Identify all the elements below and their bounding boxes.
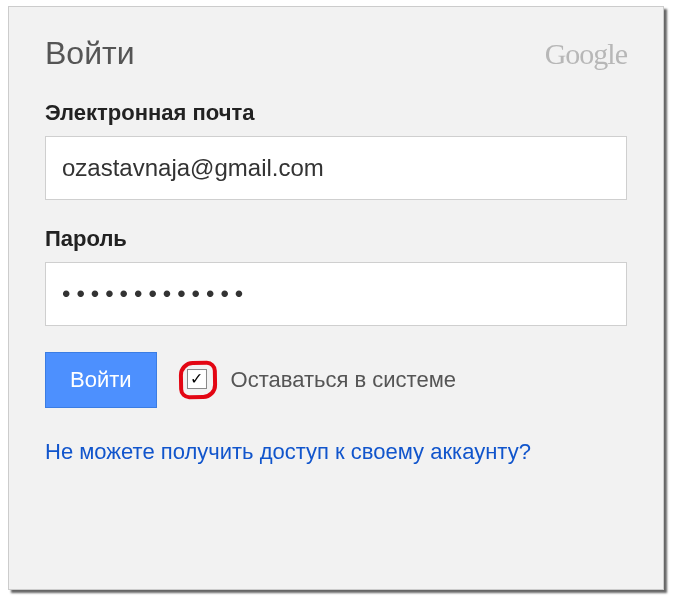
header-row: Войти Google (45, 35, 627, 72)
email-label: Электронная почта (45, 100, 627, 126)
stay-signed-in-label: Оставаться в системе (231, 367, 456, 393)
email-field[interactable] (45, 136, 627, 200)
stay-signed-in-checkbox[interactable]: ✓ (187, 369, 207, 389)
password-block: Пароль (45, 226, 627, 326)
action-row: Войти ✓ Оставаться в системе (45, 352, 627, 408)
annotation-highlight: ✓ (178, 361, 217, 400)
brand-logo: Google (545, 37, 627, 71)
page-title: Войти (45, 35, 135, 72)
check-icon: ✓ (190, 371, 203, 387)
password-label: Пароль (45, 226, 627, 252)
password-field[interactable] (45, 262, 627, 326)
stay-signed-in-group: ✓ Оставаться в системе (179, 361, 456, 399)
cant-access-link[interactable]: Не можете получить доступ к своему аккау… (45, 436, 531, 468)
signin-button[interactable]: Войти (45, 352, 157, 408)
login-card: Войти Google Электронная почта Пароль Во… (8, 6, 664, 590)
email-block: Электронная почта (45, 100, 627, 200)
